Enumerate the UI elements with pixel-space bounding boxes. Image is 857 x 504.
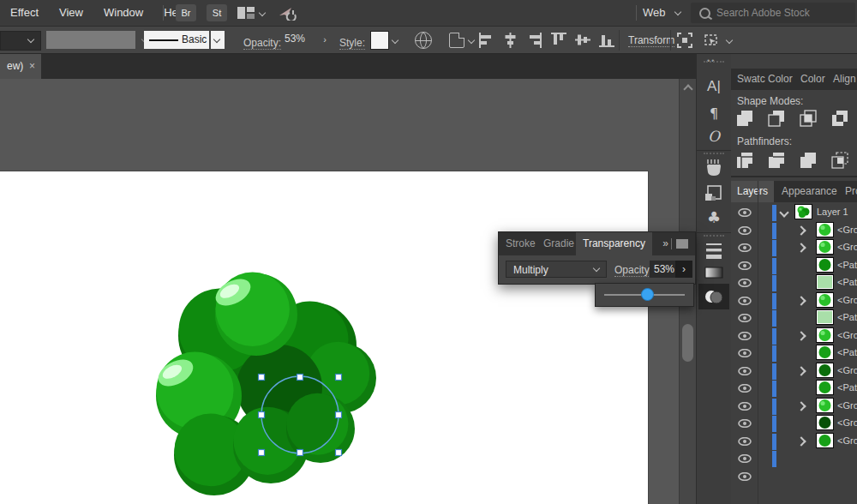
panel-collapse-chevrons[interactable]: » — [662, 237, 668, 249]
visibility-eye-icon[interactable] — [738, 297, 752, 305]
chevron-right-icon[interactable] — [796, 401, 806, 411]
visibility-eye-icon[interactable] — [738, 261, 752, 270]
visibility-eye-icon[interactable] — [738, 367, 752, 375]
hand-panel-icon[interactable] — [697, 159, 731, 177]
tab-color-1[interactable]: Color — [765, 69, 795, 90]
layer-row[interactable]: <Gro — [731, 415, 857, 432]
style-swatch[interactable] — [370, 31, 389, 50]
select-similar-icon[interactable] — [703, 33, 720, 48]
transform-link[interactable]: Transform — [628, 34, 674, 47]
layer-row[interactable]: <Path — [731, 257, 857, 274]
opacity-stepper-button[interactable]: › — [317, 32, 333, 48]
visibility-eye-icon[interactable] — [738, 437, 752, 446]
align-right-icon[interactable] — [526, 32, 543, 49]
layer-row[interactable]: <Path — [731, 380, 857, 397]
visibility-eye-icon[interactable] — [738, 226, 752, 235]
chevron-right-icon[interactable] — [796, 243, 806, 252]
layer-row[interactable]: <Gro — [731, 398, 857, 415]
align-bottom-icon[interactable] — [598, 32, 615, 49]
tab-swatc-0[interactable]: Swatc — [734, 69, 768, 90]
gradient-panel-icon[interactable] — [697, 263, 731, 282]
document-tab[interactable]: ew) × — [0, 54, 41, 79]
visibility-eye-icon[interactable] — [738, 349, 752, 357]
style-label[interactable]: Style: — [339, 37, 365, 50]
layer-row[interactable] — [731, 450, 857, 467]
visibility-eye-icon[interactable] — [738, 279, 752, 287]
chevron-right-icon[interactable] — [796, 296, 806, 305]
brush-definition-dropdown[interactable]: Basic — [144, 31, 209, 49]
pathfinder-merge-button[interactable] — [798, 150, 818, 171]
artboard[interactable] — [0, 171, 648, 504]
tab-layers[interactable]: Layers — [731, 181, 774, 202]
panel-menu-icon[interactable] — [676, 239, 688, 249]
layer-row[interactable]: <Path — [731, 309, 857, 327]
brush-dropdown-chevron[interactable] — [211, 31, 225, 49]
workspace-switcher[interactable]: Web — [643, 6, 680, 19]
style-dropdown-chevron[interactable] — [392, 37, 399, 44]
visibility-eye-icon[interactable] — [738, 243, 752, 252]
share-icon[interactable] — [278, 5, 297, 21]
transparency-panel-icon[interactable] — [697, 287, 731, 306]
visibility-eye-icon[interactable] — [738, 472, 752, 481]
opacity-value-field[interactable]: 53% — [285, 33, 315, 45]
pathfinder-trim-button[interactable] — [766, 150, 787, 171]
layer-row[interactable]: <Gro — [731, 292, 857, 309]
stock-button[interactable]: St — [207, 4, 227, 21]
bridge-button[interactable]: Br — [176, 4, 196, 21]
paragraph-panel-icon[interactable]: ¶ — [697, 105, 731, 122]
tab-gradient[interactable]: Gradie — [536, 232, 581, 255]
chevron-right-icon[interactable] — [796, 331, 806, 340]
canvas-pasteboard[interactable] — [0, 79, 679, 504]
layer-row[interactable]: <Path — [731, 274, 857, 291]
layer-row[interactable]: <Gro — [731, 433, 857, 450]
menu-item-window[interactable]: Window — [93, 0, 153, 19]
character-panel-icon[interactable]: A| — [697, 78, 731, 95]
scroll-up-arrow-icon[interactable] — [683, 84, 692, 93]
chevron-right-icon[interactable] — [796, 366, 806, 375]
opacity-stepper-button[interactable]: › — [675, 261, 692, 278]
shape-mode-minus-front-button[interactable] — [766, 108, 787, 129]
pathfinder-divide-button[interactable] — [734, 150, 755, 171]
tab-appearance[interactable]: Appearance — [776, 181, 843, 202]
chevron-down-icon[interactable] — [779, 207, 788, 217]
align-top-icon[interactable] — [550, 32, 567, 49]
stroke-color-dropdown[interactable] — [46, 31, 135, 49]
visibility-eye-icon[interactable] — [738, 314, 752, 322]
visibility-eye-icon[interactable] — [738, 208, 752, 217]
symbols-panel-icon[interactable]: ♣ — [697, 208, 731, 226]
workspace-layout-icon[interactable] — [237, 7, 255, 19]
fill-color-dropdown[interactable] — [0, 31, 41, 51]
artboards-panel-icon[interactable] — [697, 184, 731, 203]
tab-color-2[interactable]: Color — [798, 69, 828, 90]
opacity-slider-handle[interactable] — [641, 288, 654, 301]
chevron-right-icon[interactable] — [796, 225, 806, 235]
scrollbar-thumb[interactable] — [682, 324, 693, 362]
search-adobe-stock-input[interactable]: Search Adobe Stock — [691, 3, 855, 23]
shape-mode-exclude-button[interactable] — [830, 108, 850, 129]
layer-row[interactable]: <Gro — [731, 363, 857, 380]
close-tab-icon[interactable]: × — [29, 54, 35, 79]
opentype-panel-icon[interactable]: O — [697, 128, 731, 145]
layer-row[interactable]: <Gro — [731, 222, 857, 239]
tab-transparency[interactable]: Transparency — [576, 232, 652, 255]
align-h-center-icon[interactable] — [502, 32, 519, 49]
document-setup-globe-icon[interactable] — [415, 32, 432, 49]
align-v-center-icon[interactable] — [574, 32, 591, 49]
visibility-eye-icon[interactable] — [738, 332, 752, 340]
visibility-eye-icon[interactable] — [738, 384, 752, 393]
opacity-label[interactable]: Opacity: — [614, 264, 652, 277]
shape-mode-unite-button[interactable] — [734, 108, 755, 129]
menu-item-effect[interactable]: Effect — [0, 0, 49, 19]
layer-row[interactable] — [731, 468, 857, 485]
tab-properties[interactable]: Prop — [839, 181, 857, 202]
layer-row[interactable]: <Path — [731, 345, 857, 362]
visibility-eye-icon[interactable] — [738, 419, 752, 428]
visibility-eye-icon[interactable] — [738, 402, 752, 411]
layer-row[interactable]: <Gro — [731, 327, 857, 345]
layer-row[interactable]: Layer 1 — [731, 204, 857, 221]
document-setup-icon[interactable] — [449, 33, 464, 48]
visibility-eye-icon[interactable] — [738, 454, 752, 463]
pathfinder-crop-button[interactable] — [830, 150, 850, 171]
tab-align-3[interactable]: Align — [830, 69, 857, 90]
stroke-panel-icon[interactable] — [697, 241, 731, 260]
